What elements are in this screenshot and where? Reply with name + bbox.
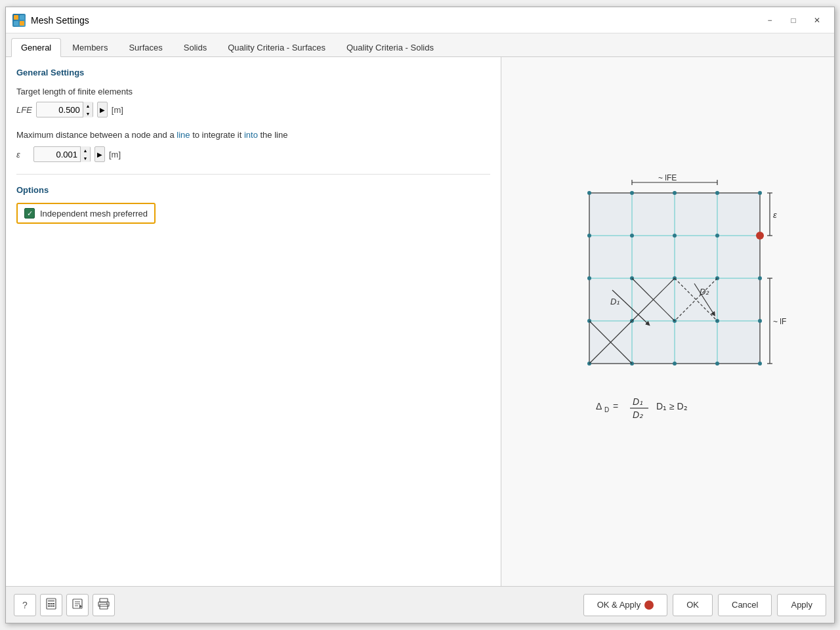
eps-text-part3: the line [258, 130, 288, 140]
tab-general[interactable]: General [11, 38, 61, 57]
svg-point-15 [758, 191, 762, 195]
lfe-number-input: ▲ ▼ [36, 102, 93, 117]
eps-spin-down[interactable]: ▼ [81, 154, 90, 162]
options-section: Options ✓ Independent mesh preferred [16, 185, 490, 224]
tab-qc-surfaces[interactable]: Quality Criteria - Surfaces [218, 38, 335, 56]
eps-prefix: ε [16, 150, 30, 159]
maximize-button[interactable]: □ [783, 11, 804, 30]
ok-apply-label: OK & Apply [597, 600, 640, 610]
svg-point-35 [758, 362, 762, 366]
eps-description: Maximum distance between a node and a li… [16, 129, 490, 141]
lfe-prefix: LFE [16, 105, 32, 115]
tab-bar: General Members Surfaces Solids Quality … [6, 33, 834, 57]
diagram-container: D₁ D₂ ~ lFE [550, 173, 786, 471]
eps-arrow-button[interactable]: ▶ [94, 146, 105, 162]
svg-rect-1 [20, 15, 24, 20]
eps-spin-buttons: ▲ ▼ [80, 146, 90, 162]
lfe-spin-buttons: ▲ ▼ [83, 102, 93, 117]
eps-text-part1: Maximum distance between a node and a [16, 130, 177, 140]
lfe-input-row: LFE ▲ ▼ ▶ [m] [16, 102, 490, 117]
svg-rect-68 [48, 603, 50, 604]
calculator-icon [45, 598, 57, 612]
print-button[interactable] [93, 594, 115, 616]
svg-text:~ lFE: ~ lFE [658, 173, 677, 182]
footer-icon-group: ? [14, 594, 583, 616]
lfe-spin-up[interactable]: ▲ [83, 102, 93, 110]
svg-point-82 [106, 603, 108, 604]
export-icon [72, 598, 83, 612]
svg-rect-71 [48, 606, 50, 607]
footer: ? [6, 586, 834, 623]
svg-rect-73 [52, 606, 54, 607]
cancel-button[interactable]: Cancel [718, 594, 772, 616]
print-icon [98, 598, 110, 612]
cancel-label: Cancel [732, 600, 758, 610]
svg-point-14 [715, 191, 719, 195]
eps-text-part2: to integrate it [190, 130, 244, 140]
tab-surfaces[interactable]: Surfaces [119, 38, 172, 56]
svg-text:D₂: D₂ [633, 410, 643, 420]
app-icon [12, 14, 26, 27]
minimize-button[interactable]: − [759, 11, 780, 30]
left-panel: General Settings Target length of finite… [6, 57, 501, 586]
right-panel: D₁ D₂ ~ lFE [501, 57, 834, 586]
svg-rect-69 [51, 603, 52, 604]
svg-point-33 [673, 362, 677, 366]
tab-solids[interactable]: Solids [174, 38, 217, 56]
lfe-arrow-button[interactable]: ▶ [97, 102, 108, 117]
svg-point-19 [715, 234, 719, 238]
help-icon: ? [22, 600, 28, 610]
svg-text:D: D [604, 406, 609, 413]
lfe-field-label: Target length of finite elements [16, 87, 490, 96]
eps-spin-up[interactable]: ▲ [81, 146, 90, 154]
svg-rect-67 [48, 600, 54, 602]
tab-qc-solids[interactable]: Quality Criteria - Solids [337, 38, 444, 56]
eps-link-line: line [177, 130, 190, 140]
export-button[interactable] [66, 594, 89, 616]
mesh-settings-window: Mesh Settings − □ ✕ General Members Surf… [5, 7, 835, 623]
close-button[interactable]: ✕ [807, 11, 828, 30]
lfe-unit: [m] [112, 105, 123, 115]
general-settings-title: General Settings [16, 68, 490, 77]
svg-point-21 [587, 276, 591, 280]
checkbox-check-icon: ✓ [24, 208, 35, 219]
svg-point-12 [630, 191, 634, 195]
divider [16, 174, 490, 175]
svg-text:D₁ ≥ D₂: D₁ ≥ D₂ [656, 401, 688, 411]
ok-button[interactable]: OK [673, 594, 713, 616]
svg-text:=: = [613, 401, 618, 411]
lfe-spin-down[interactable]: ▼ [83, 110, 93, 117]
red-dot-indicator [644, 600, 654, 610]
checkbox-label: Independent mesh preferred [40, 209, 148, 219]
apply-label: Apply [791, 600, 812, 610]
independent-mesh-checkbox-wrapper[interactable]: ✓ Independent mesh preferred [16, 203, 156, 224]
svg-text:D₁: D₁ [633, 396, 643, 407]
lfe-input-field[interactable] [37, 105, 83, 115]
help-button[interactable]: ? [14, 594, 36, 616]
svg-rect-70 [52, 603, 54, 604]
tab-members[interactable]: Members [62, 38, 117, 56]
content-area: General Settings Target length of finite… [6, 57, 834, 586]
svg-text:D₂: D₂ [700, 287, 709, 297]
eps-unit: [m] [109, 150, 121, 159]
svg-point-36 [756, 232, 764, 240]
svg-point-30 [758, 319, 762, 323]
ok-label: OK [686, 600, 699, 610]
svg-point-17 [630, 234, 634, 238]
svg-point-34 [715, 362, 719, 366]
window-title: Mesh Settings [31, 15, 759, 26]
svg-text:Δ: Δ [596, 401, 602, 411]
svg-rect-0 [14, 15, 18, 20]
eps-input-field[interactable] [34, 150, 80, 159]
calculator-button[interactable] [40, 594, 62, 616]
ok-apply-button[interactable]: OK & Apply [583, 594, 667, 616]
title-bar: Mesh Settings − □ ✕ [6, 7, 834, 33]
svg-point-16 [587, 234, 591, 238]
mesh-diagram-svg: D₁ D₂ ~ lFE [550, 173, 786, 469]
svg-rect-72 [51, 606, 52, 607]
apply-button[interactable]: Apply [777, 594, 826, 616]
svg-point-13 [673, 191, 677, 195]
svg-point-11 [587, 191, 591, 195]
svg-text:ε: ε [773, 210, 777, 220]
svg-point-25 [758, 276, 762, 280]
